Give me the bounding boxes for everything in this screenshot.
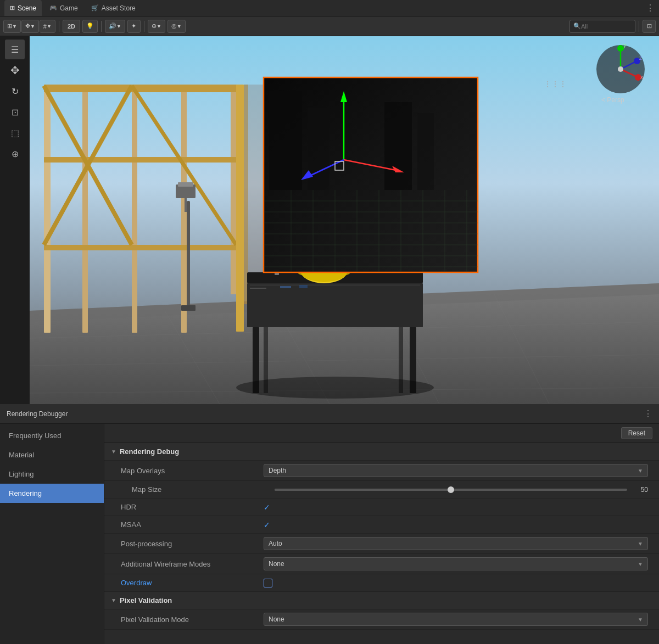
msaa-checkbox[interactable]: ✓ (264, 520, 270, 529)
tab-game[interactable]: 🎮 Game (44, 0, 83, 16)
reset-button[interactable]: Reset (621, 427, 652, 439)
gizmos-button[interactable]: ◎ ▼ (167, 20, 186, 33)
overlay-button[interactable]: ⊕ ▼ (148, 20, 165, 33)
svg-rect-70 (417, 113, 434, 190)
snap-button[interactable]: # ▼ (40, 20, 55, 33)
transform-button[interactable]: ✥ ▼ (21, 20, 39, 33)
svg-text:z: z (639, 55, 642, 61)
map-size-slider-thumb[interactable] (448, 486, 454, 493)
pixel-validation-mode-selected: None (269, 615, 284, 623)
audio-arrow: ▼ (116, 24, 121, 29)
transform2-icon: ⊕ (12, 149, 19, 159)
rendering-debug-section-header[interactable]: ▼ Rendering Debug (104, 443, 659, 461)
audio-button[interactable]: 🔊 ▼ (105, 20, 125, 33)
sidebar-item-rendering[interactable]: Rendering (0, 484, 104, 503)
map-overlays-selected: Depth (269, 467, 286, 474)
wireframe-modes-label: Additional Wireframe Modes (121, 560, 264, 568)
svg-point-49 (236, 377, 434, 399)
layers-arrow: ▼ (12, 24, 17, 29)
game-tab-icon: 🎮 (49, 4, 57, 12)
debugger-sidebar: Frequently Used Material Lighting Render… (0, 424, 104, 644)
scale-icon: ⊡ (12, 107, 19, 117)
scene-viewport[interactable]: y x z < Persp ⋮⋮⋮ (0, 36, 659, 404)
effects-button[interactable]: ✦ (127, 20, 141, 33)
maximize-button[interactable]: ⊡ (643, 20, 656, 33)
tab-asset-store[interactable]: 🛒 Asset Store (86, 0, 141, 16)
svg-text:< Persp: < Persp (601, 96, 624, 104)
map-overlays-dropdown[interactable]: Depth ▼ (264, 464, 648, 477)
light-icon: 💡 (86, 23, 94, 30)
map-size-slider-track[interactable] (275, 489, 627, 491)
scale-tool-button[interactable]: ⊡ (5, 102, 25, 122)
search-icon: 🔍 (573, 23, 581, 30)
map-size-value-label: 50 (632, 486, 648, 494)
rendering-debugger-panel: Rendering Debugger ⋮ Frequently Used Mat… (0, 404, 659, 644)
svg-rect-26 (187, 201, 190, 311)
post-processing-row: Post-processing Auto ▼ (104, 534, 659, 554)
transform-tool-button[interactable]: ⊕ (5, 144, 25, 164)
post-processing-dropdown-arrow: ▼ (638, 541, 643, 547)
search-input[interactable] (581, 23, 625, 30)
wireframe-modes-row: Additional Wireframe Modes None ▼ (104, 554, 659, 574)
reset-bar: Reset (104, 424, 659, 443)
overdraw-link[interactable]: Overdraw (121, 579, 152, 587)
wireframe-modes-dropdown[interactable]: None ▼ (264, 557, 648, 570)
layers-button[interactable]: ⊞ ▼ (3, 20, 21, 33)
light-toggle-button[interactable]: 💡 (82, 20, 98, 33)
svg-text:y: y (623, 42, 626, 48)
post-processing-selected: Auto (269, 540, 282, 547)
toolbar-sep-3 (144, 21, 144, 32)
pixel-validation-mode-row: Pixel Validation Mode None ▼ (104, 609, 659, 630)
rendering-debug-chevron: ▼ (111, 449, 116, 455)
scene-tab-icon: ⊞ (10, 4, 15, 12)
pixel-validation-mode-label: Pixel Validation Mode (121, 615, 264, 624)
toolbar: ⊞ ▼ ✥ ▼ # ▼ 2D 💡 🔊 ▼ ✦ ⊕ ▼ ◎ ▼ 🔍 ⊡ (0, 16, 659, 36)
overlay-icon: ⊕ (152, 23, 157, 30)
svg-point-88 (618, 66, 623, 72)
svg-rect-69 (384, 102, 412, 190)
svg-rect-46 (299, 285, 308, 288)
debugger-body: Frequently Used Material Lighting Render… (0, 424, 659, 644)
svg-rect-67 (269, 91, 302, 190)
maximize-icon: ⊡ (647, 23, 652, 30)
post-processing-dropdown[interactable]: Auto ▼ (264, 537, 648, 550)
toolbar-sep-1 (59, 21, 59, 32)
svg-text:⋮⋮⋮: ⋮⋮⋮ (544, 80, 567, 88)
layers-icon: ⊞ (7, 23, 12, 30)
snap-arrow: ▼ (47, 24, 52, 29)
pixel-validation-mode-dropdown-arrow: ▼ (638, 617, 643, 623)
move-icon: ✥ (10, 64, 20, 77)
overdraw-checkbox[interactable] (264, 579, 272, 587)
gizmos-icon: ◎ (171, 23, 177, 30)
sidebar-item-lighting[interactable]: Lighting (0, 464, 104, 484)
sidebar-item-frequently-used[interactable]: Frequently Used (0, 426, 104, 445)
2d-toggle-button[interactable]: 2D (63, 20, 80, 33)
tab-scene[interactable]: ⊞ Scene (4, 0, 42, 16)
debugger-more-button[interactable]: ⋮ (644, 408, 652, 419)
map-size-slider-container: 50 (275, 486, 648, 494)
map-overlays-row: Map Overlays Depth ▼ (104, 461, 659, 481)
svg-rect-13 (82, 86, 88, 333)
transform-icon: ✥ (25, 23, 30, 30)
search-box[interactable]: 🔍 (569, 20, 635, 33)
svg-rect-27 (181, 305, 196, 311)
sidebar-item-material[interactable]: Material (0, 445, 104, 464)
post-processing-label: Post-processing (121, 540, 264, 548)
pixel-validation-mode-dropdown[interactable]: None ▼ (264, 613, 648, 626)
wireframe-modes-dropdown-arrow: ▼ (638, 561, 643, 567)
rotate-tool-button[interactable]: ↻ (5, 81, 25, 101)
hand-tool-button[interactable]: ☰ (5, 40, 25, 59)
post-processing-value: Auto ▼ (264, 537, 648, 550)
toolbar-sep-4 (639, 21, 639, 32)
move-tool-button[interactable]: ✥ (5, 60, 25, 80)
map-size-row: Map Size 50 (104, 481, 659, 499)
msaa-label: MSAA (121, 520, 264, 529)
svg-rect-45 (280, 286, 291, 288)
hdr-checkbox[interactable]: ✓ (264, 503, 270, 512)
wireframe-modes-value: None ▼ (264, 557, 648, 570)
tab-bar-more-button[interactable]: ⋮ (646, 3, 655, 13)
map-size-value: 50 (275, 486, 648, 494)
toolbar-sep-2 (101, 21, 102, 32)
rect-tool-button[interactable]: ⬚ (5, 123, 25, 143)
pixel-validation-section-header[interactable]: ▼ Pixel Validation (104, 592, 659, 609)
